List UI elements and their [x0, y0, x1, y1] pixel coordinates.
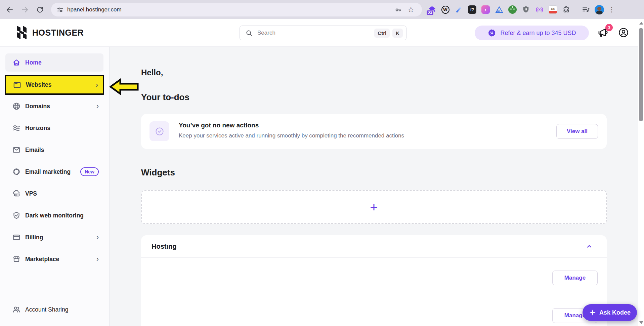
extensions-row: 23 W f? ◗ ax	[427, 0, 615, 19]
notification-badge: 3	[605, 24, 613, 31]
browser-reload-button[interactable]	[34, 3, 46, 16]
widgets-heading: Widgets	[141, 167, 175, 178]
ext-pen-icon[interactable]	[454, 5, 463, 14]
home-icon	[12, 58, 21, 67]
chevron-right-icon: ›	[96, 103, 99, 110]
bookmark-star-icon[interactable]: ☆	[406, 5, 415, 14]
global-search[interactable]: Ctrl K	[240, 26, 406, 40]
todos-card: You’ve got no new actions Keep your serv…	[141, 114, 607, 149]
browser-back-button[interactable]	[3, 3, 16, 16]
logo-text: HOSTINGER	[32, 28, 84, 38]
search-input[interactable]	[257, 29, 372, 37]
ext-code-icon[interactable]: </>	[548, 5, 557, 14]
storefront-icon	[12, 255, 21, 263]
sidebar-item-emails[interactable]: Emails	[5, 141, 103, 159]
extensions-puzzle-icon[interactable]	[562, 5, 571, 14]
site-info-icon[interactable]	[56, 6, 64, 13]
sidebar-item-label: VPS	[25, 190, 37, 197]
scroll-down-arrow[interactable]	[639, 321, 643, 324]
sidebar: Home Websites › Domains › Horizons Email…	[0, 47, 110, 326]
page-scrollbar[interactable]	[638, 19, 644, 326]
todos-heading: Your to-dos	[141, 92, 189, 103]
ext-signal-icon[interactable]	[535, 5, 544, 14]
browser-menu-icon[interactable]: ⋮	[608, 6, 615, 13]
hostinger-hpanel-screen: hpanel.hostinger.com ☆ 23 W f? ◗	[0, 0, 644, 326]
sidebar-item-billing[interactable]: Billing ›	[5, 228, 103, 246]
back-arrow-icon	[6, 6, 14, 14]
forward-arrow-icon	[21, 6, 29, 14]
person-circle-icon	[618, 27, 629, 38]
waves-icon	[12, 124, 21, 132]
app-header: HOSTINGER Ctrl K Refer & earn up to 345 …	[0, 19, 644, 47]
sidebar-item-domains[interactable]: Domains ›	[5, 97, 103, 115]
greeting-heading: Hello,	[141, 68, 163, 77]
keycap-k: K	[392, 29, 403, 38]
sidebar-item-label: Websites	[26, 81, 52, 88]
ask-kodee-label: Ask Kodee	[599, 309, 631, 316]
sidebar-item-marketplace[interactable]: Marketplace ›	[5, 250, 103, 268]
ext-pink-icon[interactable]: ◗	[481, 5, 490, 14]
new-badge: New	[80, 167, 99, 176]
sidebar-item-vps[interactable]: VPS	[5, 185, 103, 203]
sidebar-item-dark-web-monitoring[interactable]: Dark web monitoring	[5, 206, 103, 225]
add-widget-button[interactable]: +	[370, 200, 378, 214]
ext-badge23-icon[interactable]: 23	[427, 5, 436, 14]
sidebar-item-label: Domains	[25, 103, 50, 110]
toolbar-divider	[576, 6, 576, 14]
sidebar-item-horizons[interactable]: Horizons	[5, 119, 103, 137]
url-text: hpanel.hostinger.com	[67, 6, 122, 13]
hosting-card-header: Hosting	[141, 235, 607, 258]
chevron-up-icon	[585, 242, 593, 250]
ext-shield-icon[interactable]	[521, 5, 530, 14]
chevron-right-icon: ›	[96, 255, 99, 263]
search-icon	[245, 29, 253, 37]
browser-window-icon	[13, 81, 22, 89]
hostinger-logo[interactable]: HOSTINGER	[16, 26, 84, 39]
chevron-right-icon: ›	[96, 81, 98, 89]
view-all-button[interactable]: View all	[556, 124, 598, 139]
cloud-server-icon	[12, 189, 21, 198]
spinner-icon	[12, 167, 21, 176]
sidebar-item-label: Horizons	[25, 125, 50, 132]
profile-avatar[interactable]	[595, 5, 604, 14]
sidebar-item-label: Home	[25, 59, 42, 66]
address-bar[interactable]: hpanel.hostinger.com ☆	[51, 3, 422, 16]
sidebar-item-account-sharing[interactable]: Account Sharing	[5, 300, 103, 319]
todos-card-title: You’ve got no new actions	[179, 122, 259, 129]
widgets-empty-area: +	[141, 190, 607, 224]
keycap-ctrl: Ctrl	[374, 29, 390, 38]
sidebar-item-email-marketing[interactable]: Email marketing New	[5, 163, 103, 181]
refer-earn-button[interactable]: Refer & earn up to 345 USD	[475, 26, 589, 40]
announcements-button[interactable]: 3	[597, 27, 611, 39]
media-control-icon[interactable]	[581, 5, 590, 14]
account-menu-button[interactable]	[618, 27, 629, 38]
browser-forward-button[interactable]	[18, 3, 31, 16]
collapse-section-button[interactable]	[585, 242, 593, 250]
ext-robot-icon[interactable]	[508, 5, 517, 14]
scrollbar-thumb[interactable]	[639, 28, 643, 121]
shield-check-icon	[12, 211, 21, 220]
ext-triangle-icon[interactable]: ax	[495, 5, 504, 14]
ext-w-icon[interactable]: W	[441, 5, 450, 14]
sidebar-item-label: Billing	[25, 234, 43, 241]
sidebar-item-label: Account Sharing	[25, 306, 68, 313]
users-icon	[12, 305, 21, 314]
ask-kodee-button[interactable]: Ask Kodee	[583, 304, 637, 321]
ext-count-badge: 23	[426, 10, 434, 16]
password-key-icon[interactable]	[394, 5, 402, 14]
sidebar-item-label: Emails	[25, 147, 44, 154]
sidebar-item-label: Dark web monitoring	[25, 212, 84, 219]
kodee-spark-icon	[589, 309, 596, 316]
ext-fq-icon[interactable]: f?	[468, 5, 477, 14]
manage-button[interactable]: Manage	[552, 271, 598, 285]
envelope-icon	[12, 146, 21, 154]
hosting-heading: Hosting	[152, 243, 176, 250]
percent-seal-icon	[487, 29, 496, 37]
scroll-up-arrow[interactable]	[639, 22, 643, 25]
sidebar-item-label: Email marketing	[25, 168, 71, 175]
sidebar-item-home[interactable]: Home	[5, 53, 103, 72]
check-circle-icon	[149, 121, 169, 141]
sidebar-item-websites[interactable]: Websites ›	[5, 75, 104, 95]
hostinger-logomark-icon	[16, 26, 28, 39]
avatar-body	[596, 11, 603, 14]
